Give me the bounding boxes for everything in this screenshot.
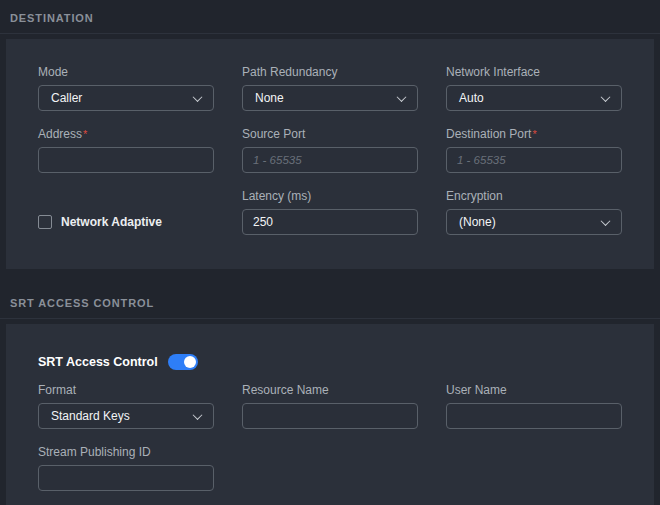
format-select-value: Standard Keys [51,409,130,423]
settings-page: DESTINATION Mode Caller Path Redundancy … [0,0,660,505]
user-name-field: User Name [446,383,622,429]
resource-name-field: Resource Name [242,383,418,429]
stream-publishing-id-input[interactable] [38,465,214,491]
latency-input[interactable] [242,209,418,235]
source-port-field: Source Port [242,127,418,173]
srt-access-control-section-title: SRT ACCESS CONTROL [10,297,154,309]
chevron-down-icon [193,410,203,420]
encryption-field: Encryption (None) [446,189,622,235]
network-interface-label: Network Interface [446,65,622,79]
address-required-mark: * [83,128,87,140]
chevron-down-icon [193,92,203,102]
source-port-input[interactable] [242,147,418,173]
path-redundancy-select-value: None [255,91,284,105]
user-name-label: User Name [446,383,622,397]
network-interface-select[interactable]: Auto [446,85,622,111]
network-adaptive-label: Network Adaptive [61,215,162,229]
destination-port-label: Destination Port [446,127,531,141]
srt-access-control-section-header: SRT ACCESS CONTROL [0,285,660,319]
srt-access-control-toggle-row: SRT Access Control [38,354,622,370]
address-label: Address [38,127,82,141]
network-interface-select-value: Auto [459,91,484,105]
destination-section-header: DESTINATION [0,0,660,34]
network-adaptive-checkbox[interactable] [38,215,52,229]
mode-field: Mode Caller [38,65,214,111]
latency-label: Latency (ms) [242,189,418,203]
chevron-down-icon [601,92,611,102]
mode-label: Mode [38,65,214,79]
destination-port-field: Destination Port* [446,127,622,173]
address-field: Address* [38,127,214,173]
stream-publishing-id-label: Stream Publishing ID [38,445,214,459]
resource-name-label: Resource Name [242,383,418,397]
destination-port-required-mark: * [532,128,536,140]
user-name-input[interactable] [446,403,622,429]
encryption-select[interactable]: (None) [446,209,622,235]
path-redundancy-select[interactable]: None [242,85,418,111]
chevron-down-icon [601,216,611,226]
srt-access-control-fields-grid: Format Standard Keys Resource Name User … [38,383,622,491]
path-redundancy-field: Path Redundancy None [242,65,418,111]
chevron-down-icon [397,92,407,102]
destination-port-input[interactable] [446,147,622,173]
mode-select[interactable]: Caller [38,85,214,111]
encryption-label: Encryption [446,189,622,203]
format-select[interactable]: Standard Keys [38,403,214,429]
srt-access-control-panel: SRT Access Control Format Standard Keys … [6,324,654,505]
encryption-select-value: (None) [459,215,496,229]
address-input[interactable] [38,147,214,173]
path-redundancy-label: Path Redundancy [242,65,418,79]
source-port-label: Source Port [242,127,418,141]
stream-publishing-id-field: Stream Publishing ID [38,445,214,491]
latency-field: Latency (ms) [242,189,418,235]
toggle-knob [184,356,196,368]
destination-panel: Mode Caller Path Redundancy None Network… [6,39,654,269]
destination-fields-grid: Mode Caller Path Redundancy None Network… [38,65,622,235]
mode-select-value: Caller [51,91,82,105]
resource-name-input[interactable] [242,403,418,429]
network-interface-field: Network Interface Auto [446,65,622,111]
destination-section-title: DESTINATION [10,12,94,24]
format-field: Format Standard Keys [38,383,214,429]
format-label: Format [38,383,214,397]
srt-access-control-toggle[interactable] [168,354,198,370]
srt-access-control-toggle-label: SRT Access Control [38,355,158,369]
network-adaptive-field: Network Adaptive [38,189,214,235]
